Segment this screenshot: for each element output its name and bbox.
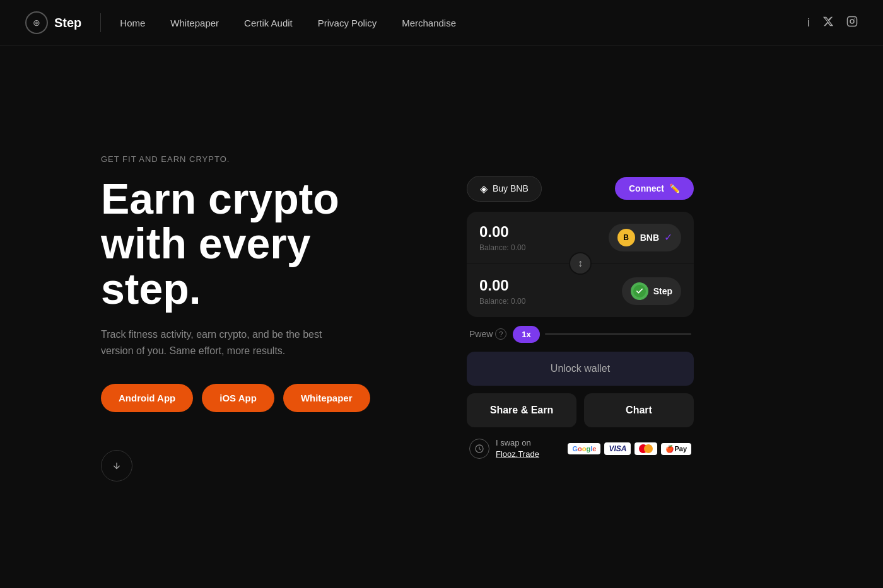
buy-bnb-button[interactable]: ◈ Buy BNB xyxy=(467,176,542,202)
connect-label: Connect xyxy=(629,183,664,193)
flooz-row: I swap on Flooz.Trade Google VISA xyxy=(467,437,694,460)
unlock-wallet-button[interactable]: Unlock wallet xyxy=(467,352,694,386)
flooz-text: I swap on Flooz.Trade xyxy=(496,437,539,460)
swap-to-balance: Balance: 0.00 xyxy=(479,297,525,306)
swap-to-amounts: 0.00 Balance: 0.00 xyxy=(479,277,525,306)
swap-from-row: 0.00 Balance: 0.00 B BNB ✓ ↕ xyxy=(467,212,694,264)
cta-buttons: Android App iOS App Whitepaper xyxy=(101,384,416,412)
flooz-circle-icon xyxy=(469,439,489,459)
logo-area[interactable]: ⊛ Step xyxy=(25,11,81,34)
buy-bnb-label: Buy BNB xyxy=(493,183,529,193)
flooz-left: I swap on Flooz.Trade xyxy=(469,437,539,460)
mastercard-icon xyxy=(634,442,657,455)
bnb-check-icon: ✓ xyxy=(664,231,672,243)
main-content: GET FIT AND EARN CRYPTO. Earn crypto wit… xyxy=(0,46,883,588)
svg-rect-0 xyxy=(848,16,857,26)
logo-icon: ⊛ xyxy=(25,11,48,34)
nav-links: Home Whitepaper Certik Audit Privacy Pol… xyxy=(120,18,807,28)
android-app-button[interactable]: Android App xyxy=(101,384,193,412)
scroll-down-button[interactable] xyxy=(101,450,132,481)
nav-icons: i xyxy=(807,16,858,30)
diamond-icon: ◈ xyxy=(480,183,488,195)
hero-headline: Earn crypto with every step. xyxy=(101,176,416,311)
connect-button[interactable]: Connect ✏️ xyxy=(615,177,694,200)
instagram-icon[interactable] xyxy=(846,16,858,30)
google-pay-icon: Google xyxy=(568,443,600,454)
svg-point-1 xyxy=(850,20,854,23)
swap-from-amounts: 0.00 Balance: 0.00 xyxy=(479,223,525,252)
apple-pay-icon: 🍎Pay xyxy=(661,443,691,455)
swap-box: 0.00 Balance: 0.00 B BNB ✓ ↕ 0.00 Balanc… xyxy=(467,212,694,317)
swap-to-value[interactable]: 0.00 xyxy=(479,277,525,294)
whitepaper-button[interactable]: Whitepaper xyxy=(283,384,370,412)
swap-widget: ◈ Buy BNB Connect ✏️ 0.00 Balance: 0.00 … xyxy=(467,176,694,460)
nav-link-certik[interactable]: Certik Audit xyxy=(244,18,293,28)
payment-icons: Google VISA 🍎Pay xyxy=(568,442,691,455)
swap-to-token[interactable]: Step xyxy=(622,277,681,305)
hero-subtext: Track fitness activity, earn crypto, and… xyxy=(101,326,341,359)
visa-icon: VISA xyxy=(604,442,631,455)
pwew-label: Pwew ? xyxy=(469,328,506,340)
navbar: ⊛ Step Home Whitepaper Certik Audit Priv… xyxy=(0,0,883,46)
nav-link-whitepaper[interactable]: Whitepaper xyxy=(170,18,219,28)
info-icon[interactable]: i xyxy=(807,16,810,30)
flooz-link[interactable]: Flooz.Trade xyxy=(496,449,539,459)
nav-link-privacy[interactable]: Privacy Policy xyxy=(318,18,377,28)
chart-button[interactable]: Chart xyxy=(584,393,694,427)
logo-name: Step xyxy=(54,16,81,30)
pwew-slider-track[interactable] xyxy=(545,333,691,335)
swap-direction-button[interactable]: ↕ xyxy=(569,252,592,275)
pwew-slider-area: 1x xyxy=(513,326,691,343)
flooz-swap-text: I swap on xyxy=(496,438,531,447)
widget-header: ◈ Buy BNB Connect ✏️ xyxy=(467,176,694,202)
ios-app-button[interactable]: iOS App xyxy=(202,384,274,412)
pwew-row: Pwew ? 1x xyxy=(467,326,694,343)
hero-tagline: GET FIT AND EARN CRYPTO. xyxy=(101,154,416,164)
bnb-logo: B xyxy=(617,229,635,246)
twitter-icon[interactable] xyxy=(822,16,834,30)
pwew-text: Pwew xyxy=(469,329,493,339)
step-token-name: Step xyxy=(653,286,672,296)
nav-divider xyxy=(100,13,101,32)
step-logo xyxy=(631,282,648,300)
pwew-multiplier[interactable]: 1x xyxy=(513,326,539,343)
swap-from-balance: Balance: 0.00 xyxy=(479,243,525,252)
nav-link-merchandise[interactable]: Merchandise xyxy=(402,18,456,28)
bnb-token-name: BNB xyxy=(640,233,659,243)
pencil-icon: ✏️ xyxy=(669,183,680,193)
swap-from-token[interactable]: B BNB ✓ xyxy=(609,224,681,251)
svg-point-2 xyxy=(854,18,855,20)
hero-section: GET FIT AND EARN CRYPTO. Earn crypto wit… xyxy=(101,154,416,481)
pwew-help-icon[interactable]: ? xyxy=(495,328,506,340)
nav-link-home[interactable]: Home xyxy=(120,18,145,28)
share-earn-button[interactable]: Share & Earn xyxy=(467,393,576,427)
swap-from-value[interactable]: 0.00 xyxy=(479,223,525,241)
action-buttons: Share & Earn Chart xyxy=(467,393,694,427)
